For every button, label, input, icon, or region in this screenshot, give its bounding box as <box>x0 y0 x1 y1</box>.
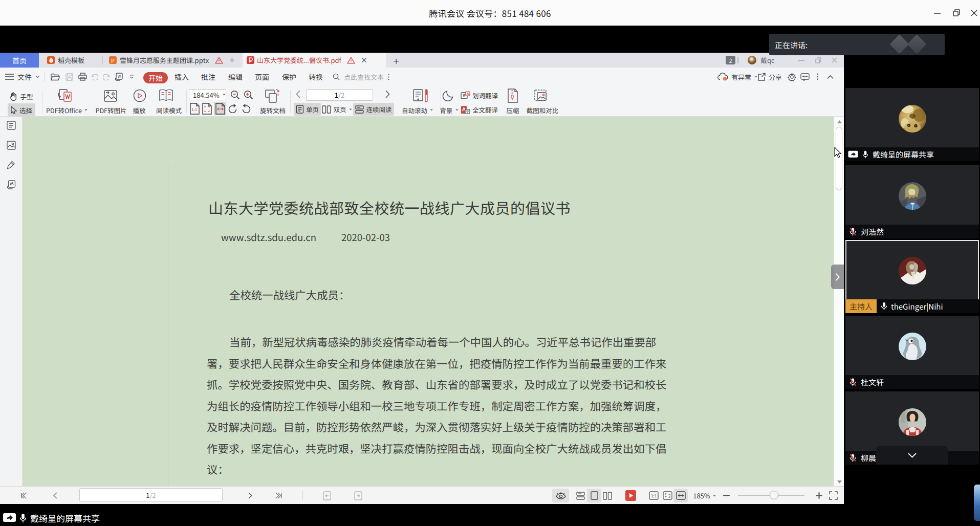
menu-page[interactable]: 页面 <box>249 68 275 86</box>
auto-scroll-icon <box>412 89 428 103</box>
menu-convert[interactable]: 转换 <box>302 68 329 86</box>
full-translate-button[interactable]: 全文翻译 <box>461 104 505 115</box>
single-layout-icon[interactable] <box>587 489 601 502</box>
export-panel-icon[interactable] <box>7 180 16 189</box>
minimize-button[interactable] <box>927 0 947 26</box>
pdf-to-image-button[interactable]: PDF转图片 <box>95 105 127 115</box>
last-page-icon[interactable] <box>272 487 285 505</box>
share-button[interactable]: 分享 <box>757 68 782 86</box>
statusbar-fit-page-icon[interactable] <box>660 489 674 502</box>
participant-tile-active-speaker[interactable]: 主持人 theGinger|Nihi <box>845 240 979 313</box>
continuous-read-button[interactable]: 连续阅读 <box>353 103 394 116</box>
tab-home[interactable]: 首页 <box>0 53 39 68</box>
scroll-down-icon[interactable] <box>834 478 844 486</box>
panel-expander-button[interactable] <box>831 265 844 289</box>
document-scrollbar[interactable] <box>834 117 844 486</box>
prev-page-icon[interactable] <box>49 487 60 505</box>
menu-start-active[interactable]: 开始 <box>143 72 168 83</box>
back-view-icon[interactable] <box>320 487 334 505</box>
statusbar-page-input[interactable]: 1/2 <box>79 488 223 501</box>
next-page-chevron[interactable] <box>385 90 390 98</box>
participant-tile[interactable]: 杜文轩 <box>845 316 979 389</box>
menu-edit[interactable]: 编辑 <box>222 68 249 86</box>
file-menu[interactable]: 文件 <box>5 68 40 86</box>
zoom-out-icon[interactable] <box>230 90 240 100</box>
next-page-icon[interactable] <box>245 487 256 505</box>
annotation-panel-icon[interactable] <box>7 160 16 169</box>
speaking-now-label: 正在讲话: <box>775 34 808 55</box>
screenshot-compare-button[interactable]: 截图和对比 <box>525 105 560 115</box>
fullscreen-icon[interactable] <box>826 487 840 505</box>
user-avatar[interactable] <box>748 56 756 64</box>
more-kebab-icon[interactable] <box>813 68 822 86</box>
statusbar-zoom-value[interactable]: 185% <box>692 487 717 505</box>
fit-page-icon[interactable] <box>202 103 212 115</box>
read-mode-icon <box>159 89 173 102</box>
statusbar-actual-size-icon[interactable]: 1:1 <box>646 489 661 502</box>
zoom-minus-icon[interactable] <box>721 487 732 505</box>
thumbnail-panel-icon[interactable] <box>7 141 16 150</box>
first-page-icon[interactable] <box>18 487 31 505</box>
rotate-left-icon[interactable] <box>228 103 237 113</box>
undo-icon[interactable] <box>89 68 100 86</box>
menu-insert[interactable]: 插入 <box>168 68 195 86</box>
new-tab-button[interactable]: ＋ <box>388 53 404 68</box>
participant-avatar <box>899 182 926 210</box>
zoom-combo[interactable]: 184.54% <box>189 89 226 100</box>
select-tool-button[interactable]: 选择 <box>8 103 35 117</box>
read-mode-button[interactable]: 阅读模式 <box>153 105 185 115</box>
open-icon[interactable] <box>49 68 61 86</box>
search-field[interactable]: 点此查找文本 <box>333 68 389 86</box>
statusbar-fit-width-icon[interactable] <box>673 489 688 502</box>
collapse-ribbon-icon[interactable] <box>824 68 836 86</box>
collapse-panel-button[interactable] <box>876 446 948 465</box>
word-translate-button[interactable]: 划词翻译 <box>461 90 505 100</box>
prev-page-chevron[interactable] <box>296 90 300 98</box>
menu-annotate[interactable]: 批注 <box>195 68 222 86</box>
close-button[interactable] <box>964 0 980 26</box>
tab-docer[interactable]: 稻壳模板 <box>39 53 102 68</box>
single-page-button[interactable]: 单页 <box>294 103 321 116</box>
zoom-plus-icon[interactable] <box>813 487 824 505</box>
pdf-document-area[interactable]: 山东大学党委统战部致全校统一战线广大成员的倡议书 www.sdtz.sdu.ed… <box>23 117 834 486</box>
background-button[interactable]: 背景 <box>439 105 460 115</box>
comment-icon[interactable] <box>799 68 811 86</box>
ribbon-page-input[interactable]: 1/2 <box>306 89 373 101</box>
statusbar-play-button[interactable] <box>623 489 638 502</box>
rotate-doc-button[interactable]: 旋转文档 <box>258 105 287 115</box>
compress-button[interactable]: 压缩 <box>500 105 525 115</box>
zoom-slider-knob[interactable] <box>770 491 778 499</box>
forward-view-icon[interactable] <box>351 487 365 505</box>
menu-protect[interactable]: 保护 <box>276 68 302 86</box>
cloud-sync-status[interactable]: ! 有异常 <box>717 68 758 86</box>
auto-scroll-button[interactable]: 自动滚动 <box>398 105 437 115</box>
qat-expand-icon[interactable] <box>127 68 136 86</box>
double-page-button[interactable]: 双页 <box>322 103 353 116</box>
scrollbar-thumb[interactable] <box>836 127 842 190</box>
pdf-body-line: 为组长的疫情防控工作领导小组和一校三地专项工作专班，制定周密工作方案，加强统筹调… <box>207 395 667 417</box>
continuous-layout-icon[interactable] <box>573 489 587 502</box>
actual-size-icon[interactable]: 1:1 <box>190 103 200 115</box>
settings-gear-icon[interactable] <box>786 68 797 86</box>
rotate-right-icon[interactable] <box>242 103 251 113</box>
export-doc-icon[interactable]: W <box>113 68 125 86</box>
scroll-up-icon[interactable] <box>834 118 844 126</box>
print-icon[interactable] <box>76 68 89 86</box>
play-button[interactable]: 播放 <box>127 105 151 115</box>
participant-tile-sharer[interactable]: 戴绮呈的屏幕共享 <box>845 88 979 161</box>
save-icon[interactable] <box>63 68 75 86</box>
participant-tile[interactable]: 刘浩然 <box>845 165 979 238</box>
eye-protect-button[interactable] <box>552 489 569 502</box>
redo-icon[interactable] <box>101 68 112 86</box>
zoom-in-icon[interactable] <box>244 90 253 100</box>
outline-panel-icon[interactable] <box>7 121 16 130</box>
search-icon <box>333 73 340 80</box>
fit-width-button[interactable] <box>214 102 226 115</box>
tab-pdf-active[interactable]: 山东大学党委统...倡议书.pdf <box>243 53 386 68</box>
tab-close-icon[interactable] <box>361 57 368 63</box>
tab-pptx[interactable]: P 雷锋月志愿服务主题团课.pptx <box>103 53 243 68</box>
hand-tool-button[interactable]: 手型 <box>8 90 35 103</box>
double-layout-icon[interactable] <box>600 489 615 502</box>
document-count-badge[interactable]: 2 <box>726 56 735 64</box>
pdf-to-office-button[interactable]: PDF转Office <box>43 105 91 115</box>
